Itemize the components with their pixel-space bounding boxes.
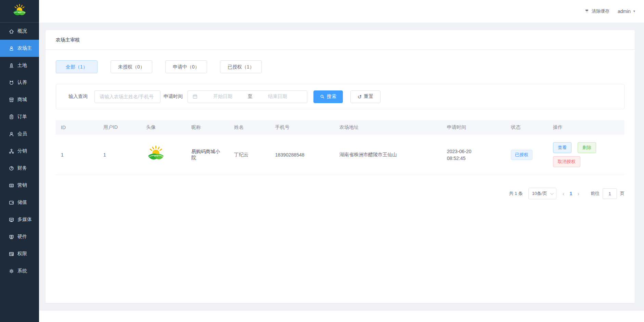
page-size-select[interactable]: 10条/页 bbox=[528, 188, 556, 199]
sidebar-item-overview[interactable]: 概况 bbox=[0, 23, 39, 40]
clear-cache-button[interactable]: 清除缓存 bbox=[584, 8, 609, 14]
tab-authorized[interactable]: 已授权（1） bbox=[220, 60, 262, 73]
marketing-icon bbox=[9, 183, 14, 188]
sidebar: 概况 农场主 土地 认养 商城 订单 会员 分销 bbox=[0, 0, 39, 322]
col-name: 姓名 bbox=[229, 120, 270, 135]
sidebar-item-permissions[interactable]: 权限 bbox=[0, 245, 39, 262]
sidebar-item-system[interactable]: 系统 bbox=[0, 262, 39, 280]
cell-apply-time: 2023-06-20 08:52:45 bbox=[442, 135, 506, 175]
gear-icon bbox=[9, 268, 14, 274]
cell-address: 湖南省株洲市醴陵市王仙山 bbox=[334, 135, 442, 175]
tab-all[interactable]: 全部（1） bbox=[56, 60, 98, 73]
page-size-value: 10条/页 bbox=[532, 190, 547, 197]
clear-cache-label: 清除缓存 bbox=[592, 8, 609, 14]
tab-unauthorized[interactable]: 未授权（0） bbox=[111, 60, 152, 73]
sidebar-item-finance[interactable]: 财务 bbox=[0, 160, 39, 177]
apply-time-label: 申请时间 bbox=[164, 94, 183, 100]
current-page[interactable]: 1 bbox=[570, 191, 572, 196]
home-icon bbox=[9, 28, 14, 34]
col-apply-time: 申请时间 bbox=[442, 120, 506, 135]
goto-page-input[interactable] bbox=[603, 188, 617, 199]
avatar bbox=[146, 145, 166, 164]
col-address: 农场地址 bbox=[334, 120, 442, 135]
cell-status: 已授权 bbox=[506, 135, 548, 175]
sidebar-item-land[interactable]: 土地 bbox=[0, 57, 39, 74]
search-icon bbox=[320, 94, 325, 99]
content-background: 农场主审核 全部（1） 未授权（0） 申请中（0） 已授权（1） 输入查询 申请… bbox=[39, 23, 644, 311]
query-label: 输入查询 bbox=[68, 94, 88, 100]
prev-page-button[interactable]: ‹ bbox=[563, 191, 565, 197]
adoption-icon bbox=[9, 80, 14, 86]
date-range-separator: 至 bbox=[248, 94, 253, 100]
cell-name: 丁纪云 bbox=[229, 135, 270, 175]
sidebar-item-stored-value[interactable]: 储值 bbox=[0, 194, 39, 211]
distribution-icon bbox=[9, 148, 14, 154]
user-dropdown[interactable]: admin ▼ bbox=[618, 9, 636, 14]
col-nickname: 昵称 bbox=[186, 120, 229, 135]
land-icon bbox=[9, 63, 14, 69]
sidebar-item-label: 多媒体 bbox=[17, 216, 32, 223]
cancel-auth-button[interactable]: 取消授权 bbox=[553, 156, 580, 167]
filter-bar: 输入查询 申请时间 开始日期 至 结束日期 搜索 bbox=[56, 84, 624, 109]
cell-id: 1 bbox=[56, 135, 98, 175]
broom-icon bbox=[584, 9, 589, 14]
view-button[interactable]: 查看 bbox=[553, 142, 571, 153]
search-button[interactable]: 搜索 bbox=[313, 90, 343, 103]
goto-label: 前往 bbox=[591, 190, 600, 197]
media-icon bbox=[9, 217, 14, 223]
permission-icon bbox=[9, 251, 14, 257]
farmer-review-card: 农场主审核 全部（1） 未授权（0） 申请中（0） 已授权（1） 输入查询 申请… bbox=[46, 30, 635, 303]
table-header-row: ID 用户ID 头像 昵称 姓名 手机号 农场地址 申请时间 状态 操作 bbox=[56, 120, 624, 135]
sidebar-item-farmer[interactable]: 农场主 bbox=[0, 40, 39, 57]
sidebar-item-members[interactable]: 会员 bbox=[0, 125, 39, 143]
sidebar-item-label: 农场主 bbox=[17, 45, 32, 51]
sidebar-item-media[interactable]: 多媒体 bbox=[0, 211, 39, 228]
app-logo bbox=[0, 0, 39, 23]
sidebar-item-label: 分销 bbox=[17, 148, 27, 154]
cell-user-id: 1 bbox=[98, 135, 141, 175]
status-filter-tabs: 全部（1） 未授权（0） 申请中（0） 已授权（1） bbox=[56, 60, 624, 73]
wallet-icon bbox=[9, 200, 14, 206]
sidebar-item-mall[interactable]: 商城 bbox=[0, 91, 39, 108]
chevron-down-icon: ▼ bbox=[633, 10, 636, 13]
cell-actions: 查看 删除 取消授权 bbox=[548, 135, 624, 175]
sidebar-item-hardware[interactable]: 硬件 bbox=[0, 228, 39, 245]
search-input[interactable] bbox=[94, 90, 160, 103]
sidebar-item-label: 权限 bbox=[17, 251, 27, 257]
start-date-placeholder[interactable]: 开始日期 bbox=[198, 94, 248, 100]
calendar-icon bbox=[192, 94, 198, 99]
sidebar-item-adoption[interactable]: 认养 bbox=[0, 74, 39, 91]
finance-icon bbox=[9, 165, 14, 171]
pagination: 共 1 条 10条/页 ‹ 1 › 前往 页 bbox=[56, 188, 624, 199]
delete-button[interactable]: 删除 bbox=[578, 142, 596, 153]
date-range-picker[interactable]: 开始日期 至 结束日期 bbox=[188, 90, 307, 103]
col-id: ID bbox=[56, 120, 98, 135]
sidebar-menu: 概况 农场主 土地 认养 商城 订单 会员 分销 bbox=[0, 23, 39, 280]
farm-logo-icon bbox=[12, 3, 27, 19]
chevron-down-icon bbox=[550, 191, 554, 195]
mall-icon bbox=[9, 97, 14, 103]
sidebar-item-label: 储值 bbox=[17, 199, 27, 206]
page-unit-label: 页 bbox=[620, 190, 624, 197]
cell-nickname: 易购码商城小院 bbox=[186, 135, 229, 175]
next-page-button[interactable]: › bbox=[577, 191, 579, 197]
tab-pending[interactable]: 申请中（0） bbox=[165, 60, 207, 73]
refresh-icon: ↺ bbox=[358, 94, 362, 99]
sidebar-item-label: 会员 bbox=[17, 131, 27, 137]
sidebar-item-label: 系统 bbox=[17, 268, 27, 274]
end-date-placeholder[interactable]: 结束日期 bbox=[253, 94, 302, 100]
col-phone: 手机号 bbox=[270, 120, 334, 135]
top-header: 清除缓存 admin ▼ bbox=[39, 0, 644, 23]
reset-button[interactable]: ↺ 重置 bbox=[350, 90, 381, 103]
sidebar-item-label: 认养 bbox=[17, 79, 27, 86]
order-icon bbox=[9, 114, 14, 120]
sidebar-item-distribution[interactable]: 分销 bbox=[0, 143, 39, 160]
sidebar-item-orders[interactable]: 订单 bbox=[0, 108, 39, 125]
col-status: 状态 bbox=[506, 120, 548, 135]
farmer-table: ID 用户ID 头像 昵称 姓名 手机号 农场地址 申请时间 状态 操作 bbox=[56, 120, 624, 175]
sidebar-item-marketing[interactable]: 营销 bbox=[0, 177, 39, 194]
username: admin bbox=[618, 9, 631, 14]
sidebar-item-label: 营销 bbox=[17, 182, 27, 188]
sidebar-item-label: 概况 bbox=[17, 28, 27, 34]
apply-date: 2023-06-20 bbox=[447, 148, 501, 155]
